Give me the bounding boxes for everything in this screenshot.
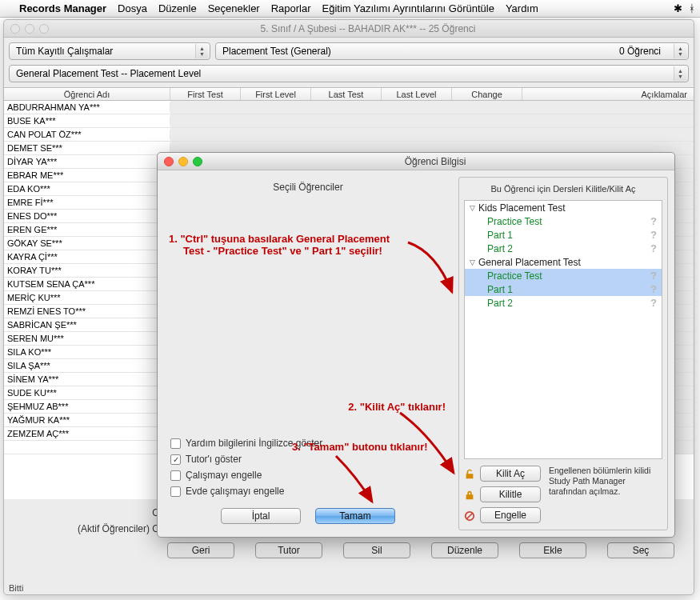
tree-item[interactable]: Practice Test? — [465, 214, 662, 228]
question-icon: ? — [650, 270, 657, 282]
block-button[interactable]: Engelle — [480, 507, 541, 523]
student-name-cell: YAĞMUR KA*** — [4, 415, 170, 425]
menu-yardim[interactable]: Yardım — [506, 2, 538, 14]
annotation-2: 2. "Kilit Aç" tıklanır! — [348, 401, 446, 413]
test-popup-label: Placement Test (General) — [222, 46, 331, 57]
dialog-left: Seçili Öğrenciler 1. "Ctrl" tuşuna basıl… — [164, 177, 452, 530]
lock-panel-title: Bu Öğrenci için Dersleri Kilitle/Kilit A… — [459, 178, 667, 200]
annotation-1: 1. "Ctrl" tuşuna basılarak General Place… — [169, 233, 390, 257]
menu-duzenle[interactable]: Düzenle — [158, 2, 197, 14]
student-name-cell: ŞEHMUZ AB*** — [4, 402, 170, 411]
block-icon — [464, 510, 475, 522]
student-name-cell: SUDE KU*** — [4, 388, 170, 398]
student-name-cell: EMRE Fİ*** — [4, 198, 170, 207]
tree-item[interactable]: Part 2? — [465, 242, 662, 255]
student-name-cell: CAN POLAT ÖZ*** — [4, 130, 170, 139]
tutor-button[interactable]: Tutor — [255, 542, 322, 558]
tree-group[interactable]: ▽General Placement Test — [465, 255, 662, 269]
chevron-updown-icon: ▲▼ — [674, 44, 686, 58]
question-icon: ? — [650, 242, 657, 254]
table-row[interactable]: BUSE KA*** — [4, 114, 694, 128]
window-titlebar: 5. Sınıf / A Şubesi -- BAHADIR AK*** -- … — [4, 20, 694, 38]
arrow-icon — [404, 236, 460, 300]
check-disable-home[interactable]: Evde çalışmayı engelle — [170, 486, 446, 497]
table-row[interactable]: ABDURRAHMAN YA*** — [4, 101, 694, 114]
lock-note: Engellenen bölümlerin kilidi Study Path … — [546, 466, 662, 523]
bottom-buttons: Geri Tutor Sil Düzenle Ekle Seç — [10, 534, 687, 558]
student-name-cell: KORAY TU*** — [4, 266, 170, 275]
delete-button[interactable]: Sil — [343, 542, 410, 558]
cancel-button[interactable]: İptal — [221, 508, 301, 524]
test-popup[interactable]: Placement Test (General) 0 Öğrenci ▲▼ — [215, 42, 689, 60]
add-button[interactable]: Ekle — [519, 542, 586, 558]
menubar: Records Manager Dosya Düzenle Seçenekler… — [0, 0, 700, 18]
check-disable-work[interactable]: Çalışmayı engelle — [170, 470, 446, 481]
annotation-3: 3. "Tamam" butonu tıklanır! — [292, 441, 428, 453]
status-bar: Bitti — [9, 583, 23, 593]
question-icon: ? — [650, 215, 657, 227]
col-desc[interactable]: Açıklamalar — [522, 88, 694, 100]
menu-raporlar[interactable]: Raporlar — [271, 2, 311, 14]
col-name[interactable]: Öğrenci Adı — [4, 88, 170, 100]
zoom-icon[interactable] — [39, 24, 49, 34]
student-info-dialog: Öğrenci Bilgisi Seçili Öğrenciler 1. "Ct… — [157, 152, 675, 538]
lock-panel: Bu Öğrenci için Dersleri Kilitle/Kilit A… — [458, 177, 668, 530]
tree-item-selected[interactable]: Part 1? — [465, 282, 662, 296]
question-icon: ? — [650, 297, 657, 309]
tree-group[interactable]: ▽Kids Placement Test — [465, 201, 662, 214]
svg-line-1 — [467, 514, 473, 519]
tree-item[interactable]: Part 2? — [465, 296, 662, 310]
filter-popup[interactable]: Tüm Kayıtlı Çalışmalar ▲▼ — [9, 42, 210, 60]
menu-egitim[interactable]: Eğitim Yazılımı Ayrıntılarını Görüntüle — [322, 2, 494, 14]
student-name-cell: SILA ŞA*** — [4, 361, 170, 370]
ok-button[interactable]: Tamam — [315, 508, 395, 524]
close-icon[interactable] — [164, 157, 174, 166]
select-button[interactable]: Seç — [607, 542, 674, 558]
dialog-titlebar: Öğrenci Bilgisi — [158, 153, 674, 170]
unlock-button[interactable]: Kilit Aç — [480, 466, 541, 482]
dialog-title: Öğrenci Bilgisi — [405, 156, 466, 167]
lock-button[interactable]: Kilitle — [480, 486, 541, 502]
question-icon: ? — [650, 283, 657, 295]
student-name-cell: BUSE KA*** — [4, 116, 170, 126]
minimize-icon[interactable] — [25, 24, 34, 34]
col-first-test[interactable]: First Test — [170, 88, 241, 100]
edit-button[interactable]: Düzenle — [431, 542, 498, 558]
app-name[interactable]: Records Manager — [19, 2, 106, 14]
lock-icon — [464, 490, 475, 501]
close-icon[interactable] — [10, 24, 20, 34]
chevron-updown-icon: ▲▼ — [195, 44, 208, 58]
student-name-cell: REMZİ ENES TO*** — [4, 306, 170, 316]
disclosure-down-icon: ▽ — [470, 258, 475, 266]
student-name-cell: EDA KO*** — [4, 184, 170, 194]
minimize-icon[interactable] — [178, 157, 188, 166]
table-row[interactable]: CAN POLAT ÖZ*** — [4, 128, 694, 142]
student-name-cell: SEREN MU*** — [4, 334, 170, 343]
lesson-tree[interactable]: ▽Kids Placement Test Practice Test? Part… — [464, 200, 662, 459]
student-name-cell: DİYAR YA*** — [4, 157, 170, 166]
chevron-updown-icon: ▲▼ — [674, 66, 686, 81]
zoom-icon[interactable] — [193, 157, 202, 166]
student-name-cell: EREN GE*** — [4, 225, 170, 234]
back-button[interactable]: Geri — [167, 542, 234, 558]
window-title: 5. Sınıf / A Şubesi -- BAHADIR AK*** -- … — [261, 23, 476, 34]
toolbar-row2: General Placement Test -- Placement Leve… — [4, 65, 694, 87]
level-popup[interactable]: General Placement Test -- Placement Leve… — [9, 65, 689, 82]
col-last-test[interactable]: Last Test — [311, 88, 382, 100]
col-last-level[interactable]: Last Level — [382, 88, 452, 100]
test-popup-count: 0 Öğrenci — [619, 46, 672, 57]
empty-cell — [170, 101, 694, 114]
tree-item[interactable]: Part 1? — [465, 228, 662, 242]
bluetooth-icon[interactable]: ✱ — [674, 2, 682, 14]
menu-dosya[interactable]: Dosya — [118, 2, 147, 14]
col-first-level[interactable]: First Level — [241, 88, 311, 100]
menu-secenekler[interactable]: Seçenekler — [208, 2, 260, 14]
empty-cell — [170, 128, 694, 141]
student-name-cell: ZEMZEM AÇ*** — [4, 429, 170, 438]
check-show-tutor[interactable]: Tutor'ı göster — [170, 454, 446, 465]
col-change[interactable]: Change — [452, 88, 522, 100]
battery-icon[interactable]: ᚼ — [689, 2, 695, 14]
student-name-cell: MERİÇ KU*** — [4, 293, 170, 302]
tree-item-selected[interactable]: Practice Test? — [465, 269, 662, 282]
student-name-cell: SILA KO*** — [4, 347, 170, 357]
